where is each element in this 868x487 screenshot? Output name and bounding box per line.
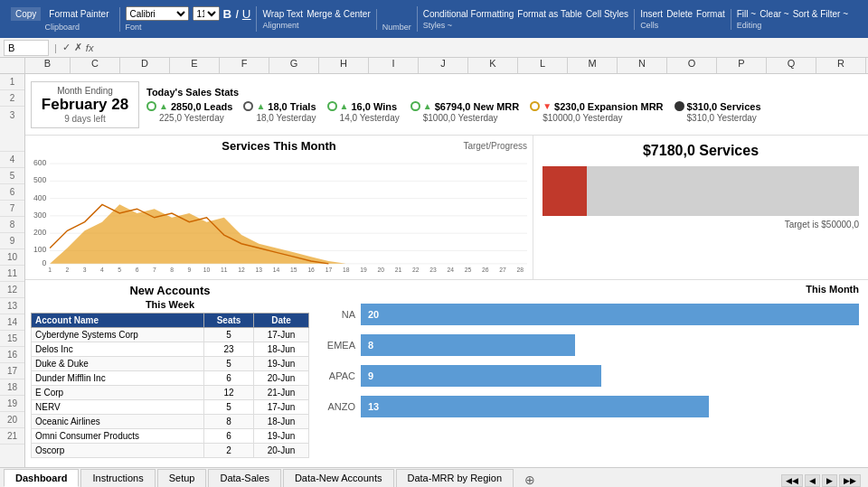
target-progress-label: Target/Progress (403, 141, 527, 151)
tab-data-mrr[interactable]: Data-MRR by Region (396, 469, 514, 487)
this-month-label: This Month (324, 284, 859, 295)
today-stats-box: Today's Sales Stats ▲ 2850,0 Leads 225,0… (146, 87, 863, 123)
col-header-G[interactable]: G (269, 58, 319, 73)
col-header-K[interactable]: K (468, 58, 518, 73)
wins-indicator (327, 101, 337, 111)
svg-text:19: 19 (360, 267, 367, 272)
add-sheet-button[interactable]: ⊕ (519, 473, 541, 487)
bold-button[interactable]: B (223, 7, 232, 21)
copy-button[interactable]: Copy (11, 7, 41, 21)
nav-prev-button[interactable]: ◀ (805, 474, 820, 487)
underline-button[interactable]: U (242, 7, 251, 21)
table-row: E Corp1221-Jun (32, 386, 309, 400)
col-header-C[interactable]: C (71, 58, 120, 73)
target-label: Target is $50000,0 (542, 220, 859, 229)
conditional-formatting-button[interactable]: Conditional Formatting (423, 9, 514, 19)
col-header-L[interactable]: L (518, 58, 568, 73)
new-accounts-section: New Accounts This Week Account Name Seat… (25, 280, 868, 467)
italic-button[interactable]: I (235, 7, 239, 21)
month-ending-label: Month Ending (39, 86, 131, 96)
svg-text:26: 26 (482, 267, 489, 272)
col-header-N[interactable]: N (618, 58, 667, 73)
sort-filter-button[interactable]: Sort & Filter ~ (793, 9, 848, 19)
clear-button[interactable]: Clear ~ (760, 9, 789, 19)
svg-text:22: 22 (412, 267, 420, 272)
svg-text:8: 8 (170, 267, 174, 272)
col-header-E[interactable]: E (170, 58, 220, 73)
bar-bg: 20 (361, 304, 859, 325)
services-value: $310,0 Services (687, 101, 761, 112)
svg-text:9: 9 (187, 267, 191, 272)
col-header-R[interactable]: R (816, 58, 866, 73)
col-header-F[interactable]: F (220, 58, 269, 73)
line-chart-svg: 600 500 400 300 200 100 0 (31, 155, 527, 272)
svg-text:300: 300 (33, 211, 47, 220)
format-button[interactable]: Format (696, 9, 725, 19)
styles-group: Conditional Formatting Format as Table C… (418, 9, 635, 30)
merge-center-button[interactable]: Merge & Center (307, 9, 371, 19)
new-mrr-value: $6794,0 New MRR (435, 101, 520, 112)
table-row: Omni Consumer Products619-Jun (32, 429, 309, 444)
svg-text:500: 500 (33, 175, 47, 184)
wrap-text-button[interactable]: Wrap Text (262, 9, 303, 19)
col-header-H[interactable]: H (319, 58, 369, 73)
col-account-name: Account Name (32, 314, 204, 328)
clipboard-group: Copy Format Painter Clipboard (5, 7, 120, 32)
svg-text:18: 18 (343, 267, 350, 272)
trials-arrow: ▲ (256, 101, 265, 111)
col-header-Q[interactable]: Q (767, 58, 816, 73)
font-size-select[interactable]: 11 (193, 6, 220, 21)
bar-bg: 8 (361, 334, 575, 356)
font-name-select[interactable]: Calibri (126, 6, 189, 21)
tab-data-new-accounts[interactable]: Data-New Accounts (283, 469, 394, 487)
font-group: Calibri 11 B I U Font (120, 6, 258, 32)
name-box[interactable] (4, 40, 49, 56)
col-header-I[interactable]: I (369, 58, 419, 73)
col-header-M[interactable]: M (568, 58, 618, 73)
nav-next-button[interactable]: ▶ (822, 474, 837, 487)
nav-last-button[interactable]: ▶▶ (839, 474, 861, 487)
bar-value: 9 (361, 370, 373, 381)
svg-text:3: 3 (83, 267, 87, 272)
svg-text:27: 27 (499, 267, 506, 272)
svg-text:4: 4 (100, 267, 104, 272)
format-table-button[interactable]: Format as Table (517, 9, 582, 19)
accounts-bar-area: This Month NA20EMEA8APAC9ANZO13 (315, 280, 868, 467)
delete-button[interactable]: Delete (666, 9, 693, 19)
checkmark-icon: ✓ (62, 42, 71, 53)
insert-button[interactable]: Insert (640, 9, 663, 19)
col-header-O[interactable]: O (667, 58, 717, 73)
bar-value: 8 (361, 340, 373, 351)
bar-row: NA20 (324, 304, 859, 325)
col-header-P[interactable]: P (717, 58, 767, 73)
svg-text:1: 1 (48, 267, 52, 272)
col-header-J[interactable]: J (419, 58, 468, 73)
stat-services: $310,0 Services $310,0 Yesterday (675, 101, 761, 123)
bar-bg: 13 (361, 396, 709, 417)
format-painter-button[interactable]: Format Painter (44, 7, 113, 21)
expansion-mrr-indicator (530, 101, 540, 111)
svg-text:21: 21 (395, 267, 402, 272)
editing-label: Editing (737, 21, 848, 30)
cells-group: Insert Delete Format Cells (635, 9, 731, 30)
services-indicator (675, 101, 684, 111)
clipboard-label: Clipboard (44, 23, 80, 32)
cell-styles-button[interactable]: Cell Styles (586, 9, 628, 19)
stat-leads: ▲ 2850,0 Leads 225,0 Yesterday (146, 101, 232, 123)
bar-label: ANZO (324, 401, 355, 412)
formula-input[interactable] (99, 42, 864, 53)
tab-dashboard[interactable]: Dashboard (4, 469, 79, 487)
nav-first-button[interactable]: ◀◀ (781, 474, 803, 487)
col-header-D[interactable]: D (120, 58, 170, 73)
tab-data-sales[interactable]: Data-Sales (208, 469, 280, 487)
bar-label: EMEA (324, 340, 355, 351)
fill-button[interactable]: Fill ~ (737, 9, 756, 19)
tab-setup[interactable]: Setup (157, 469, 207, 487)
bar-row: EMEA8 (324, 334, 859, 356)
formula-divider: | (54, 42, 57, 53)
col-header-B[interactable]: B (25, 58, 71, 73)
toolbar: Copy Format Painter Clipboard Calibri 11… (0, 0, 868, 38)
tab-instructions[interactable]: Instructions (80, 469, 155, 487)
leads-value: 2850,0 Leads (171, 101, 233, 112)
cells-label: Cells (640, 21, 725, 30)
